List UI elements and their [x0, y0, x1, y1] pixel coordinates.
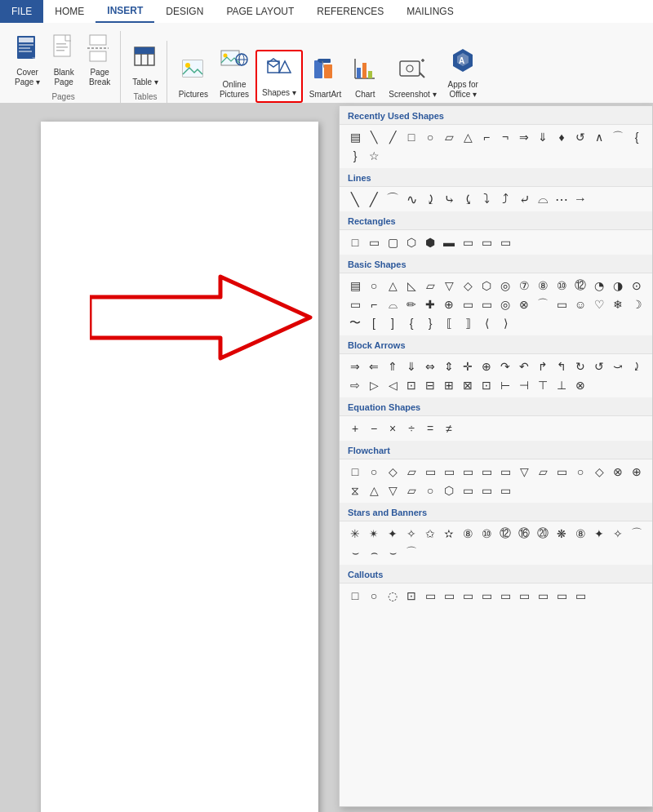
shape-item[interactable]: ⊤ — [534, 376, 552, 394]
shape-item[interactable]: ✳ — [346, 525, 364, 543]
shape-item[interactable]: ↺ — [571, 128, 589, 146]
shape-item[interactable]: ▽ — [384, 481, 402, 499]
shape-item[interactable]: ⌣ — [384, 544, 402, 561]
shape-item[interactable]: ⊙ — [628, 277, 646, 295]
shape-item[interactable]: ⑧ — [534, 277, 552, 295]
shape-item[interactable]: ⑧ — [459, 525, 477, 543]
shape-item[interactable]: ○ — [571, 463, 589, 481]
shape-item[interactable]: ▭ — [459, 481, 477, 499]
shape-item[interactable]: □ — [402, 128, 420, 146]
shape-item[interactable]: + — [346, 419, 364, 437]
shape-item[interactable]: ⟦ — [440, 314, 458, 332]
shape-item[interactable]: ▱ — [534, 463, 552, 481]
shape-item[interactable]: ⌒ — [609, 128, 627, 146]
shape-item[interactable]: △ — [365, 481, 383, 499]
shape-item[interactable]: ¬ — [496, 128, 514, 146]
shape-item[interactable]: ↺ — [590, 357, 608, 375]
tab-design[interactable]: DESIGN — [154, 0, 215, 23]
shape-item[interactable]: ▭ — [459, 295, 477, 313]
shape-item[interactable]: □ — [346, 587, 364, 605]
shape-item[interactable]: ◎ — [496, 295, 514, 313]
shape-item[interactable]: ▭ — [496, 233, 514, 251]
chart-button[interactable]: Chart — [348, 53, 382, 103]
shape-item[interactable]: ▭ — [534, 587, 552, 605]
shape-item[interactable]: ⌒ — [402, 544, 420, 561]
shape-item[interactable]: ◔ — [590, 277, 608, 295]
shape-item[interactable]: ⌓ — [534, 190, 552, 208]
shape-item[interactable]: } — [421, 314, 439, 332]
shape-item[interactable]: ╲ — [346, 190, 364, 208]
table-button[interactable]: Table ▾ — [127, 41, 163, 91]
shape-item[interactable]: ▭ — [496, 481, 514, 499]
shape-item[interactable]: ⤷ — [440, 190, 458, 208]
shape-item[interactable]: ∿ — [402, 190, 420, 208]
shape-item[interactable]: ⇒ — [515, 128, 533, 146]
shape-item[interactable]: ↶ — [515, 357, 533, 375]
shape-item[interactable]: ▭ — [478, 481, 495, 499]
page-break-button[interactable]: PageBreak — [82, 31, 117, 91]
shape-item[interactable]: ▭ — [459, 233, 477, 251]
shape-item[interactable]: ✦ — [590, 525, 608, 543]
shape-item[interactable]: ⑫ — [496, 525, 514, 543]
shape-item[interactable]: ≠ — [440, 419, 458, 437]
shape-item[interactable]: ▭ — [459, 463, 477, 481]
shape-item[interactable]: □ — [346, 233, 364, 251]
shape-item[interactable]: ☆ — [365, 147, 383, 165]
shape-item[interactable]: ⊕ — [440, 295, 458, 313]
shape-item[interactable]: ▭ — [440, 587, 458, 605]
shape-item[interactable]: ▷ — [365, 376, 383, 394]
shape-item[interactable]: ⤸ — [421, 190, 439, 208]
shape-item[interactable]: ◑ — [609, 277, 627, 295]
shape-item[interactable]: → — [571, 190, 589, 208]
tab-page-layout[interactable]: PAGE LAYOUT — [215, 0, 305, 23]
shape-item[interactable]: ▤ — [346, 277, 364, 295]
pictures-button[interactable]: Pictures — [174, 53, 213, 103]
tab-home[interactable]: HOME — [43, 0, 96, 23]
online-pictures-button[interactable]: OnlinePictures — [215, 43, 254, 103]
shape-item[interactable]: ▱ — [421, 277, 439, 295]
shape-item[interactable]: ⇔ — [421, 357, 439, 375]
shape-item[interactable]: ▱ — [402, 463, 420, 481]
shape-item[interactable]: ✚ — [421, 295, 439, 313]
shape-item[interactable]: ▭ — [496, 587, 514, 605]
shape-item[interactable]: ⬡ — [478, 277, 495, 295]
shape-item[interactable]: ⌒ — [384, 190, 402, 208]
shape-item[interactable]: ❄ — [609, 295, 627, 313]
shape-item[interactable]: ⌐ — [478, 128, 495, 146]
shape-item[interactable]: ▭ — [421, 463, 439, 481]
shape-item[interactable]: △ — [384, 277, 402, 295]
shape-item[interactable]: ⊕ — [628, 463, 646, 481]
shape-item[interactable]: □ — [346, 463, 364, 481]
shape-item[interactable]: ⊡ — [478, 376, 495, 394]
shape-item[interactable]: ÷ — [402, 419, 420, 437]
shape-item[interactable]: ○ — [365, 587, 383, 605]
shape-item[interactable]: ⤹ — [459, 190, 477, 208]
shape-item[interactable]: { — [402, 314, 420, 332]
tab-insert[interactable]: INSERT — [96, 0, 154, 23]
shape-item[interactable]: ⑩ — [478, 525, 495, 543]
shape-item[interactable]: ▤ — [346, 128, 364, 146]
shape-item[interactable]: ] — [384, 314, 402, 332]
shape-item[interactable]: ⑩ — [553, 277, 571, 295]
shape-item[interactable]: ▭ — [553, 463, 571, 481]
shape-item[interactable]: ⟨ — [478, 314, 495, 332]
shape-item[interactable]: ✫ — [440, 525, 458, 543]
shape-item[interactable]: ⇐ — [365, 357, 383, 375]
shape-item[interactable]: ⇑ — [384, 357, 402, 375]
shape-item[interactable]: ⊞ — [440, 376, 458, 394]
shape-item[interactable]: ⑳ — [534, 525, 552, 543]
shape-item[interactable]: ◇ — [459, 277, 477, 295]
shape-item[interactable]: ╱ — [365, 190, 383, 208]
shape-item[interactable]: ▭ — [571, 587, 589, 605]
shape-item[interactable]: ◌ — [384, 587, 402, 605]
shape-item[interactable]: } — [346, 147, 364, 165]
shape-item[interactable]: ⊗ — [609, 463, 627, 481]
shape-item[interactable]: ✦ — [384, 525, 402, 543]
shape-item[interactable]: ☺ — [571, 295, 589, 313]
shape-item[interactable]: ✧ — [402, 525, 420, 543]
shape-item[interactable]: ⤻ — [609, 357, 627, 375]
shape-item[interactable]: ⌓ — [384, 295, 402, 313]
shape-item[interactable]: − — [365, 419, 383, 437]
shape-item[interactable]: ◇ — [384, 463, 402, 481]
shape-item[interactable]: ⬢ — [421, 233, 439, 251]
